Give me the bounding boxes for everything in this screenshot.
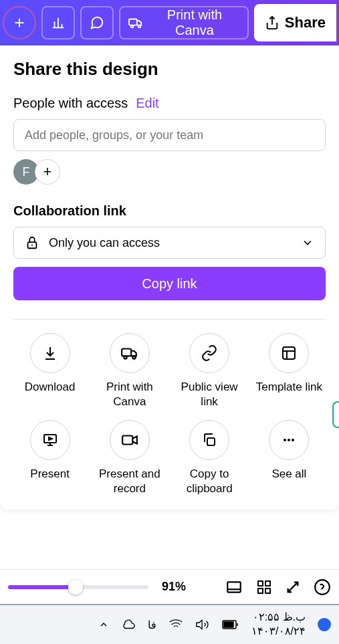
share-label: Share xyxy=(285,14,326,31)
print-label: Print with Canva xyxy=(150,7,239,38)
bar-chart-icon xyxy=(51,15,66,30)
volume-icon[interactable] xyxy=(195,617,210,632)
comment-icon xyxy=(90,15,104,30)
add-user-button[interactable]: + xyxy=(35,159,60,185)
svg-rect-17 xyxy=(258,588,263,593)
template-icon xyxy=(281,345,297,361)
share-actions-grid: Download Print with Canva Public view li… xyxy=(13,333,326,496)
plus-icon xyxy=(12,15,27,30)
access-value: Only you can access xyxy=(49,236,160,250)
svg-rect-18 xyxy=(265,588,270,593)
bottom-bar: 91% xyxy=(0,569,339,604)
page-view-icon[interactable] xyxy=(225,578,243,596)
action-label: Template link xyxy=(256,380,322,395)
edit-access-link[interactable]: Edit xyxy=(136,96,158,111)
clipboard-action[interactable]: Copy to clipboard xyxy=(173,420,246,496)
share-button[interactable]: Share xyxy=(254,4,336,41)
share-panel: Share this design People with access Edi… xyxy=(0,45,339,510)
add-button[interactable] xyxy=(3,6,36,39)
divider xyxy=(13,319,326,320)
template-link-action[interactable]: Template link xyxy=(253,333,326,409)
cloud-icon[interactable] xyxy=(121,617,136,632)
svg-rect-14 xyxy=(227,582,241,592)
svg-point-11 xyxy=(284,439,286,441)
present-icon xyxy=(42,432,58,448)
svg-rect-0 xyxy=(129,19,137,25)
more-icon xyxy=(281,432,297,448)
access-label: People with access xyxy=(13,96,128,111)
svg-point-6 xyxy=(132,356,135,358)
svg-point-13 xyxy=(292,439,294,441)
avatar-row: F + xyxy=(13,159,326,185)
share-icon xyxy=(265,15,279,30)
help-icon[interactable] xyxy=(314,578,331,596)
people-input[interactable] xyxy=(13,119,326,151)
notification-icon[interactable] xyxy=(318,618,331,631)
public-link-action[interactable]: Public view link xyxy=(173,333,246,409)
print-button[interactable]: Print with Canva xyxy=(119,6,249,39)
share-title: Share this design xyxy=(13,59,326,80)
grid-view-icon[interactable] xyxy=(256,579,272,595)
comment-button[interactable] xyxy=(80,6,114,39)
download-action[interactable]: Download xyxy=(13,333,86,409)
analytics-button[interactable] xyxy=(41,6,75,39)
time-value: ب.ظ ۰۲:۵۵ xyxy=(251,611,306,625)
svg-rect-9 xyxy=(122,436,132,445)
collab-title: Collaboration link xyxy=(13,203,326,219)
download-icon xyxy=(42,345,58,361)
link-icon xyxy=(201,344,218,362)
slider-thumb[interactable] xyxy=(68,580,83,595)
chevron-down-icon xyxy=(301,236,314,249)
action-label: Print with Canva xyxy=(93,380,166,409)
action-label: See all xyxy=(271,467,306,481)
svg-rect-21 xyxy=(224,622,233,627)
battery-icon[interactable] xyxy=(222,619,239,630)
action-label: Present xyxy=(30,467,70,481)
truck-icon xyxy=(121,344,138,362)
action-label: Present and record xyxy=(93,467,166,496)
svg-point-5 xyxy=(124,356,126,358)
video-icon xyxy=(121,431,138,449)
present-record-action[interactable]: Present and record xyxy=(93,420,166,496)
date-value: ۱۴۰۳/۰۸/۲۴ xyxy=(251,625,306,639)
zoom-slider[interactable] xyxy=(8,585,148,589)
see-all-action[interactable]: See all xyxy=(253,420,326,496)
copy-icon xyxy=(201,432,217,448)
truck-icon xyxy=(128,15,143,31)
svg-rect-7 xyxy=(283,347,295,359)
taskbar-clock[interactable]: ب.ظ ۰۲:۵۵ ۱۴۰۳/۰۸/۲۴ xyxy=(251,611,306,639)
copy-link-button[interactable]: Copy link xyxy=(13,267,326,300)
print-canva-action[interactable]: Print with Canva xyxy=(93,333,166,409)
svg-rect-15 xyxy=(258,581,263,586)
action-label: Download xyxy=(25,380,76,395)
chevron-up-icon[interactable] xyxy=(98,619,109,630)
wifi-icon[interactable] xyxy=(168,617,183,632)
lock-icon xyxy=(25,235,39,250)
access-dropdown[interactable]: Only you can access xyxy=(13,227,326,259)
fullscreen-icon[interactable] xyxy=(286,580,300,595)
svg-rect-4 xyxy=(122,349,131,356)
help-badge[interactable] xyxy=(332,401,339,428)
svg-point-12 xyxy=(288,439,290,441)
zoom-value: 91% xyxy=(162,580,186,594)
svg-rect-10 xyxy=(207,438,215,445)
present-action[interactable]: Present xyxy=(13,420,86,496)
svg-rect-8 xyxy=(44,435,56,443)
language-indicator[interactable]: فا xyxy=(148,619,156,631)
action-label: Public view link xyxy=(173,380,246,409)
svg-point-2 xyxy=(138,25,141,28)
svg-rect-16 xyxy=(265,581,270,586)
svg-point-1 xyxy=(131,25,134,28)
action-label: Copy to clipboard xyxy=(173,467,246,496)
top-toolbar: Print with Canva Share xyxy=(0,0,339,45)
windows-taskbar: فا ب.ظ ۰۲:۵۵ ۱۴۰۳/۰۸/۲۴ xyxy=(0,604,339,644)
